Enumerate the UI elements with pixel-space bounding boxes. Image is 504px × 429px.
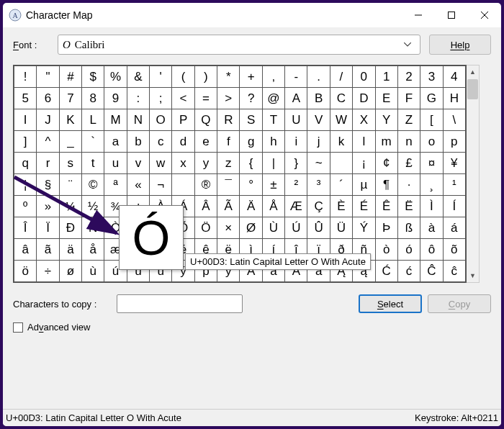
character-cell[interactable]: â (14, 239, 37, 261)
character-cell[interactable]: , (262, 66, 284, 88)
character-cell[interactable]: H (443, 88, 465, 109)
character-cell[interactable]: Ä (240, 196, 262, 217)
character-cell[interactable]: ¢ (375, 153, 397, 174)
character-cell[interactable]: g (240, 131, 262, 153)
character-cell[interactable]: ò (375, 239, 397, 261)
character-cell[interactable]: Û (307, 217, 330, 239)
character-cell[interactable]: µ (353, 174, 375, 196)
character-cell[interactable]: « (127, 174, 149, 196)
character-cell[interactable]: ù (82, 261, 104, 282)
character-cell[interactable]: Ê (375, 196, 397, 217)
character-cell[interactable]: Ã (217, 196, 240, 217)
advanced-view-checkbox[interactable] (13, 322, 23, 333)
character-cell[interactable]: q (14, 153, 37, 174)
character-cell[interactable]: Ù (262, 217, 284, 239)
character-cell[interactable]: Z (397, 109, 420, 131)
character-cell[interactable]: h (262, 131, 284, 153)
character-cell[interactable]: ( (172, 66, 194, 88)
scroll-down-icon[interactable]: ▼ (467, 269, 479, 282)
character-cell[interactable]: z (217, 153, 240, 174)
character-cell[interactable]: # (59, 66, 81, 88)
character-cell[interactable]: . (307, 66, 330, 88)
character-cell[interactable]: u (104, 153, 127, 174)
character-cell[interactable]: ³ (307, 174, 330, 196)
character-cell[interactable]: & (127, 66, 149, 88)
character-cell[interactable]: 3 (420, 66, 443, 88)
scroll-track[interactable] (467, 100, 479, 269)
character-cell[interactable]: + (240, 66, 262, 88)
character-cell[interactable]: ± (262, 174, 284, 196)
character-cell[interactable]: õ (443, 239, 465, 261)
character-cell[interactable]: ø (59, 261, 81, 282)
character-cell[interactable]: × (217, 217, 240, 239)
character-cell[interactable]: ¤ (420, 153, 443, 174)
character-cell[interactable]: ' (150, 66, 172, 88)
characters-to-copy-input[interactable] (117, 294, 243, 313)
character-cell[interactable]: Ð (59, 217, 81, 239)
character-cell[interactable]: Ö (194, 217, 217, 239)
character-cell[interactable]: e (194, 131, 217, 153)
character-cell[interactable]: ¸ (420, 174, 443, 196)
character-cell[interactable]: ĉ (443, 261, 465, 282)
character-cell[interactable]: ¬ (150, 174, 172, 196)
character-cell[interactable]: ö (14, 261, 37, 282)
character-cell[interactable]: [ (420, 109, 443, 131)
character-cell[interactable]: Q (194, 109, 217, 131)
character-cell[interactable]: P (172, 109, 194, 131)
grid-scrollbar[interactable]: ▲ ▼ (467, 65, 480, 283)
character-cell[interactable]: \ (443, 109, 465, 131)
close-button[interactable] (468, 3, 501, 27)
character-cell[interactable]: c (150, 131, 172, 153)
character-cell[interactable]: A (285, 88, 307, 109)
character-cell[interactable]: k (330, 131, 352, 153)
character-cell[interactable]: ä (59, 239, 81, 261)
character-cell[interactable]: ® (194, 174, 217, 196)
character-cell[interactable]: 5 (14, 88, 37, 109)
character-cell[interactable]: § (37, 174, 59, 196)
character-cell[interactable]: Y (375, 109, 397, 131)
character-cell[interactable]: ´ (330, 174, 352, 196)
character-cell[interactable]: o (420, 131, 443, 153)
character-cell[interactable]: Æ (285, 196, 307, 217)
character-cell[interactable]: G (420, 88, 443, 109)
character-cell[interactable]: j (307, 131, 330, 153)
character-cell[interactable]: C (330, 88, 352, 109)
character-cell[interactable]: : (127, 88, 149, 109)
copy-button[interactable]: Copy (428, 294, 491, 313)
character-cell[interactable]: º (14, 196, 37, 217)
help-button[interactable]: Help (429, 35, 491, 55)
character-cell[interactable]: ­ (172, 174, 194, 196)
character-cell[interactable]: I (14, 109, 37, 131)
character-cell[interactable]: " (37, 66, 59, 88)
character-cell[interactable]: Ë (397, 196, 420, 217)
character-cell[interactable]: R (217, 109, 240, 131)
character-cell[interactable]: ½ (82, 196, 104, 217)
character-cell[interactable]: Ć (375, 261, 397, 282)
font-dropdown[interactable]: O Calibri (58, 35, 420, 55)
character-cell[interactable]: Ú (285, 217, 307, 239)
character-cell[interactable]: 9 (104, 88, 127, 109)
character-cell[interactable]: ¹ (443, 174, 465, 196)
character-cell[interactable]: ] (14, 131, 37, 153)
character-cell[interactable]: · (397, 174, 420, 196)
character-cell[interactable]: t (82, 153, 104, 174)
character-cell[interactable]: } (285, 153, 307, 174)
character-cell[interactable]: i (285, 131, 307, 153)
character-cell[interactable]: 6 (37, 88, 59, 109)
scroll-up-icon[interactable]: ▲ (467, 66, 479, 78)
character-cell[interactable]: V (307, 109, 330, 131)
character-cell[interactable]: = (194, 88, 217, 109)
character-cell[interactable]: L (82, 109, 104, 131)
character-cell[interactable]: v (127, 153, 149, 174)
character-cell[interactable]: ô (420, 239, 443, 261)
character-cell[interactable]: ? (240, 88, 262, 109)
character-cell[interactable]: b (127, 131, 149, 153)
character-cell[interactable]: ¡ (353, 153, 375, 174)
character-cell[interactable]: J (37, 109, 59, 131)
character-cell[interactable]: ^ (37, 131, 59, 153)
character-cell[interactable]: á (443, 217, 465, 239)
character-cell[interactable]: ! (14, 66, 37, 88)
character-cell[interactable]: K (59, 109, 81, 131)
character-cell[interactable]: S (240, 109, 262, 131)
character-cell[interactable]: r (37, 153, 59, 174)
